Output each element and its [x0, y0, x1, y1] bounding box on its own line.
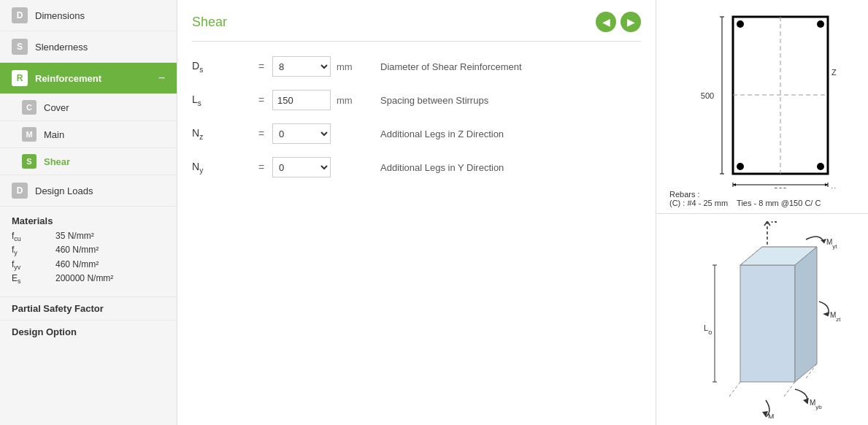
sidebar-item-reinforcement[interactable]: R Reinforcement − — [0, 63, 177, 94]
svg-marker-21 — [795, 247, 817, 382]
design-option[interactable]: Design Option — [0, 321, 177, 343]
mat-val-fy: 460 N/mm² — [55, 245, 99, 255]
sidebar-badge-shear: S — [22, 154, 37, 169]
materials-title: Materials — [12, 215, 165, 226]
nz-select[interactable]: 0 1 2 3 — [272, 123, 331, 144]
ds-select[interactable]: 6 8 10 12 — [272, 56, 331, 77]
ny-select[interactable]: 0 1 2 3 — [272, 157, 331, 177]
form-row-ls: Ls = mm Spacing between Stirrups — [192, 90, 641, 110]
equals-nz: = — [250, 128, 272, 139]
right-panel: 500 Z 300 y — [656, 0, 868, 425]
equals-ds: = — [250, 61, 272, 72]
svg-point-4 — [817, 20, 824, 28]
sidebar-label-shear: Shear — [44, 156, 70, 167]
svg-marker-15 — [733, 183, 736, 186]
sidebar-badge-main: M — [22, 127, 37, 142]
desc-nz: Additional Legs in Z Direction — [380, 129, 504, 139]
param-label-ds: Ds — [192, 60, 250, 74]
mat-val-fyv: 460 N/mm² — [55, 259, 99, 269]
sidebar-sub-menu: C Cover M Main S Shear — [0, 94, 177, 175]
svg-line-37 — [784, 382, 795, 397]
sidebar-badge-design-loads: D — [12, 183, 28, 199]
svg-text:Myt: Myt — [826, 238, 837, 250]
form-row-nz: Nz = 0 1 2 3 Additional Legs in Z Direct… — [192, 123, 641, 144]
sidebar-item-dimensions[interactable]: D Dimensions — [0, 0, 177, 31]
sidebar-label-slenderness: Slenderness — [35, 42, 165, 53]
sidebar-badge-cover: C — [22, 100, 37, 115]
sidebar-label-dimensions: Dimensions — [35, 10, 165, 21]
sidebar-collapse-icon: − — [158, 72, 165, 85]
column-3d-svg: N Myt Mzt Lo — [667, 221, 857, 418]
param-label-nz: Nz — [192, 127, 250, 141]
param-label-ls: Ls — [192, 93, 250, 107]
svg-text:Mzb: Mzb — [768, 413, 780, 418]
svg-text:N: N — [771, 221, 777, 225]
sidebar-item-main[interactable]: M Main — [0, 121, 177, 148]
param-label-ny: Ny — [192, 161, 250, 175]
svg-point-3 — [737, 20, 744, 28]
sidebar-label-main: Main — [44, 129, 64, 140]
sidebar-badge-dimensions: D — [12, 7, 28, 23]
rebars-label-text: Rebars : (C) : #4 - 25 mm Ties - 8 mm @1… — [669, 190, 821, 207]
unit-ls: mm — [337, 95, 373, 106]
main-area: Shear ◀ ▶ Ds = 6 8 10 12 mm Diameter of … — [177, 0, 868, 425]
svg-marker-28 — [821, 239, 826, 243]
sidebar-label-reinforcement: Reinforcement — [35, 73, 158, 84]
mat-val-es: 200000 N/mm² — [55, 273, 113, 283]
svg-text:y: y — [831, 185, 836, 188]
cross-section-svg: 500 Z 300 y — [667, 6, 857, 188]
svg-text:500: 500 — [701, 91, 714, 100]
svg-text:Mzt: Mzt — [830, 311, 841, 323]
partial-safety-factor[interactable]: Partial Safety Factor — [0, 297, 177, 321]
sidebar-item-cover[interactable]: C Cover — [0, 94, 177, 121]
mat-row-fcu: fcu 35 N/mm² — [12, 231, 165, 242]
sidebar-badge-slenderness: S — [12, 39, 28, 55]
desc-ny: Additional Legs in Y Direction — [380, 162, 504, 173]
sidebar: D Dimensions S Slenderness R Reinforceme… — [0, 0, 177, 425]
sidebar-item-shear[interactable]: S Shear — [0, 148, 177, 175]
mat-row-es: Es 200000 N/mm² — [12, 273, 165, 285]
svg-point-5 — [737, 163, 744, 170]
unit-ds: mm — [337, 61, 373, 72]
nav-next-button[interactable]: ▶ — [621, 12, 641, 32]
form-title: Shear — [192, 15, 227, 30]
form-panel: Shear ◀ ▶ Ds = 6 8 10 12 mm Diameter of … — [177, 0, 656, 425]
equals-ny: = — [250, 161, 272, 173]
svg-text:Lo: Lo — [704, 323, 712, 336]
form-header: Shear ◀ ▶ — [192, 12, 641, 42]
sidebar-label-cover: Cover — [44, 102, 69, 113]
svg-text:300: 300 — [774, 186, 787, 188]
svg-line-36 — [729, 382, 740, 397]
mat-key-fyv: fyv — [12, 259, 55, 271]
desc-ds: Diameter of Shear Reinforcement — [380, 61, 522, 72]
sidebar-label-design-loads: Design Loads — [35, 185, 165, 196]
svg-point-6 — [817, 163, 824, 170]
nav-buttons: ◀ ▶ — [596, 12, 641, 32]
ls-input[interactable] — [272, 90, 331, 110]
nav-prev-button[interactable]: ◀ — [596, 12, 616, 32]
sidebar-item-design-loads[interactable]: D Design Loads — [0, 175, 177, 207]
sidebar-item-slenderness[interactable]: S Slenderness — [0, 31, 177, 63]
materials-section: Materials fcu 35 N/mm² fy 460 N/mm² fyv … — [0, 207, 177, 297]
desc-ls: Spacing between Stirrups — [380, 95, 488, 106]
svg-rect-19 — [740, 265, 795, 382]
svg-marker-16 — [825, 183, 828, 186]
mat-key-fcu: fcu — [12, 231, 55, 242]
form-row-ds: Ds = 6 8 10 12 mm Diameter of Shear Rein… — [192, 56, 641, 77]
mat-row-fy: fy 460 N/mm² — [12, 245, 165, 256]
cross-section-diagram: 500 Z 300 y — [656, 0, 868, 214]
mat-key-fy: fy — [12, 245, 55, 256]
equals-ls: = — [250, 94, 272, 106]
column-3d-diagram: N Myt Mzt Lo — [656, 214, 868, 425]
form-row-ny: Ny = 0 1 2 3 Additional Legs in Y Direct… — [192, 157, 641, 177]
sidebar-badge-reinforcement: R — [12, 70, 28, 86]
content-area: Shear ◀ ▶ Ds = 6 8 10 12 mm Diameter of … — [177, 0, 868, 425]
mat-key-es: Es — [12, 273, 55, 285]
mat-val-fcu: 35 N/mm² — [55, 231, 94, 241]
svg-text:Z: Z — [831, 68, 837, 77]
mat-row-fyv: fyv 460 N/mm² — [12, 259, 165, 271]
svg-text:Myb: Myb — [810, 399, 822, 410]
